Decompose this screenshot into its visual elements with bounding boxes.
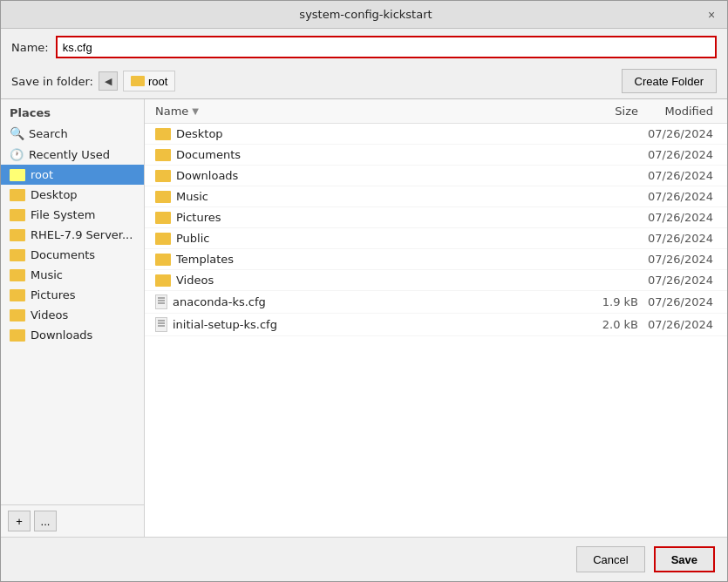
folder-icon	[155, 149, 171, 161]
folder-icon	[10, 249, 25, 261]
sidebar-item-desktop[interactable]: Desktop	[1, 185, 144, 205]
name-input[interactable]	[56, 36, 717, 58]
sidebar-item-videos[interactable]: Videos	[1, 305, 144, 325]
file-size: 2.0 kB	[577, 318, 638, 331]
more-options-button[interactable]: ...	[34, 511, 57, 531]
file-name: Music	[176, 190, 208, 203]
col-name-label: Name	[155, 105, 188, 118]
sidebar-item-music[interactable]: Music	[1, 265, 144, 285]
file-name-cell: Public	[155, 232, 577, 245]
file-name: Videos	[176, 274, 214, 287]
folder-icon	[155, 233, 171, 245]
file-icon	[155, 317, 167, 332]
col-name-header[interactable]: Name ▼	[155, 105, 577, 118]
sidebar-item-root-label: root	[31, 168, 53, 181]
current-folder-name: root	[148, 75, 167, 88]
file-row[interactable]: Desktop07/26/2024	[145, 124, 727, 145]
file-name-cell: Downloads	[155, 169, 577, 182]
file-modified: 07/26/2024	[638, 232, 717, 245]
file-row[interactable]: Templates07/26/2024	[145, 249, 727, 270]
name-label: Name:	[11, 41, 49, 54]
folder-icon	[10, 309, 25, 321]
footer: Cancel Save	[1, 537, 727, 581]
folder-icon	[10, 229, 25, 241]
add-bookmark-button[interactable]: +	[8, 511, 31, 531]
sidebar-item-recently-used[interactable]: 🕐 Recently Used	[1, 144, 144, 165]
sidebar-item-root[interactable]: root	[1, 165, 144, 185]
sidebar-item-documents-label: Documents	[31, 248, 95, 261]
sidebar-item-pictures-label: Pictures	[31, 288, 75, 301]
col-modified-header[interactable]: Modified	[638, 105, 717, 118]
dialog-title: system-config-kickstart	[27, 8, 704, 21]
right-panel: Name ▼ Size Modified Desktop07/26/2024Do…	[145, 99, 727, 537]
sidebar-item-rhel-server-label: RHEL-7.9 Server...	[31, 228, 133, 241]
folder-icon	[155, 212, 171, 224]
sidebar-item-videos-label: Videos	[31, 308, 68, 321]
sidebar-item-recently-used-label: Recently Used	[29, 148, 110, 161]
title-bar: system-config-kickstart ×	[1, 1, 727, 29]
file-modified: 07/26/2024	[638, 253, 717, 266]
file-name: Documents	[176, 148, 241, 161]
cancel-button[interactable]: Cancel	[576, 546, 644, 572]
save-in-folder-label: Save in folder:	[11, 75, 93, 88]
file-modified: 07/26/2024	[638, 318, 717, 331]
file-row[interactable]: Downloads07/26/2024	[145, 166, 727, 186]
file-row[interactable]: Videos07/26/2024	[145, 270, 727, 291]
folder-icon	[10, 329, 25, 342]
file-name-cell: Pictures	[155, 211, 577, 224]
sidebar-item-file-system[interactable]: File System	[1, 205, 144, 225]
create-folder-button[interactable]: Create Folder	[622, 69, 717, 93]
folder-icon	[10, 189, 25, 201]
dialog: system-config-kickstart × Name: Save in …	[0, 0, 728, 582]
sidebar-item-downloads[interactable]: Downloads	[1, 325, 144, 345]
file-name: Desktop	[176, 127, 223, 140]
col-size-header[interactable]: Size	[577, 105, 638, 118]
file-row[interactable]: Public07/26/2024	[145, 228, 727, 249]
sidebar-item-desktop-label: Desktop	[31, 188, 78, 201]
places-header: Places	[1, 99, 144, 123]
folder-icon	[10, 289, 25, 301]
folder-icon	[10, 269, 25, 281]
sidebar-item-documents[interactable]: Documents	[1, 245, 144, 265]
file-name-cell: Documents	[155, 148, 577, 161]
file-modified: 07/26/2024	[638, 295, 717, 308]
sidebar-item-search[interactable]: 🔍 Search	[1, 123, 144, 144]
file-name: anaconda-ks.cfg	[173, 295, 266, 308]
close-button[interactable]: ×	[704, 8, 718, 22]
file-row[interactable]: Documents07/26/2024	[145, 145, 727, 166]
folder-icon	[155, 274, 171, 287]
sidebar-item-rhel-server[interactable]: RHEL-7.9 Server...	[1, 225, 144, 245]
name-row: Name:	[1, 29, 727, 65]
file-name: Public	[176, 232, 209, 245]
folder-icon	[155, 128, 171, 140]
file-row[interactable]: anaconda-ks.cfg1.9 kB07/26/2024	[145, 291, 727, 314]
recent-icon: 🕐	[10, 147, 24, 161]
file-name: Templates	[176, 253, 234, 266]
file-row[interactable]: Pictures07/26/2024	[145, 207, 727, 228]
file-row[interactable]: Music07/26/2024	[145, 186, 727, 207]
sidebar-item-pictures[interactable]: Pictures	[1, 285, 144, 305]
folder-icon	[10, 169, 25, 181]
file-list-header: Name ▼ Size Modified	[145, 99, 727, 124]
file-row[interactable]: initial-setup-ks.cfg2.0 kB07/26/2024	[145, 314, 727, 336]
file-icon	[155, 294, 167, 309]
file-modified: 07/26/2024	[638, 274, 717, 287]
current-folder-button[interactable]: root	[123, 71, 175, 91]
file-name-cell: Desktop	[155, 127, 577, 140]
left-panel: Places 🔍 Search 🕐 Recently Used root	[1, 99, 145, 537]
folder-back-button[interactable]: ◀	[99, 71, 118, 91]
panel-footer: + ...	[1, 504, 144, 537]
file-modified: 07/26/2024	[638, 127, 717, 140]
sidebar-item-search-label: Search	[29, 127, 68, 140]
folder-icon	[155, 170, 171, 182]
file-modified: 07/26/2024	[638, 169, 717, 182]
file-name-cell: anaconda-ks.cfg	[155, 294, 577, 309]
file-list: Desktop07/26/2024Documents07/26/2024Down…	[145, 124, 727, 537]
sidebar-item-file-system-label: File System	[31, 208, 95, 221]
file-name: Downloads	[176, 169, 238, 182]
save-button[interactable]: Save	[654, 546, 715, 572]
folder-icon	[131, 76, 145, 86]
file-name-cell: Videos	[155, 274, 577, 287]
folder-icon	[155, 254, 171, 266]
main-content: Places 🔍 Search 🕐 Recently Used root	[1, 99, 727, 537]
